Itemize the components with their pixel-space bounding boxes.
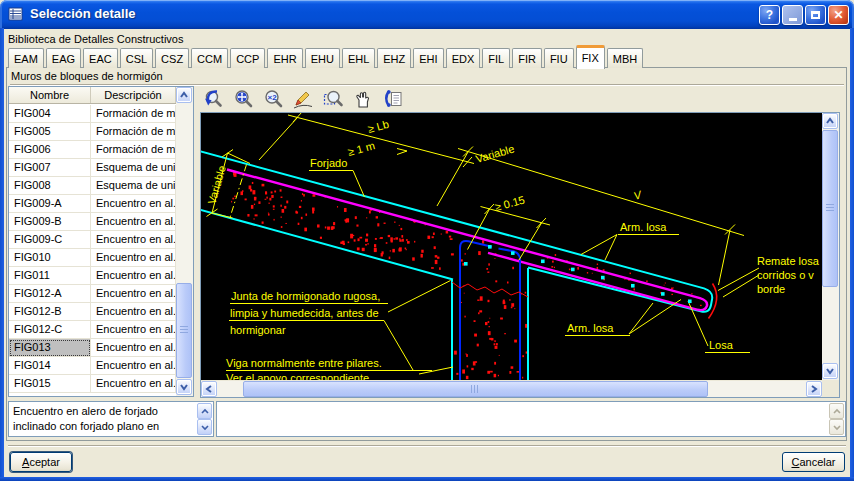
cell-descripcion[interactable]: Encuentro en al... <box>91 285 176 303</box>
cell-descripcion[interactable]: Formación de m... <box>91 123 176 141</box>
cell-nombre[interactable]: FIG014 <box>9 357 91 375</box>
cancel-button[interactable]: Cancelar <box>782 452 845 472</box>
tab-ccp[interactable]: CCP <box>230 48 265 68</box>
tab-ehi[interactable]: EHI <box>413 48 443 68</box>
column-header-nombre[interactable]: Nombre <box>9 87 91 103</box>
notes-scroll-down-button[interactable] <box>829 419 844 435</box>
preview-vscrollbar[interactable] <box>822 113 839 380</box>
cell-descripcion[interactable]: Formación de m... <box>91 141 176 159</box>
tab-ehz[interactable]: EHZ <box>377 48 411 68</box>
cell-nombre[interactable]: FIG010 <box>9 249 91 267</box>
cell-nombre[interactable]: FIG005 <box>9 123 91 141</box>
table-row[interactable]: FIG004Formación de m... <box>9 105 176 123</box>
preview-vscroll-thumb[interactable] <box>822 130 838 287</box>
redraw-icon[interactable] <box>290 87 315 110</box>
table-row[interactable]: FIG010Encuentro en al... <box>9 249 176 267</box>
table-scroll-up-button[interactable] <box>176 87 192 103</box>
table-row[interactable]: FIG009-BEncuentro en al... <box>9 213 176 231</box>
cell-descripcion[interactable]: Formación de m... <box>91 105 176 123</box>
cell-descripcion[interactable]: Encuentro en al... <box>91 303 176 321</box>
cell-descripcion[interactable]: Encuentro en al... <box>91 213 176 231</box>
cell-descripcion[interactable]: Encuentro en al... <box>91 357 176 375</box>
tab-fir[interactable]: FIR <box>512 48 542 68</box>
table-row[interactable]: FIG012-CEncuentro en al... <box>9 321 176 339</box>
preview-hscrollbar[interactable] <box>201 381 822 397</box>
notes-scroll-up-button[interactable] <box>829 403 844 419</box>
tab-eag[interactable]: EAG <box>46 48 81 68</box>
cell-descripcion[interactable]: Encuentro en al... <box>91 339 176 357</box>
close-button[interactable]: ✕ <box>828 5 849 25</box>
zoom-window-icon[interactable] <box>320 87 345 110</box>
maximize-button[interactable] <box>805 5 826 25</box>
tab-eac[interactable]: EAC <box>83 48 118 68</box>
description-scroll-down-button[interactable] <box>197 419 212 435</box>
table-row[interactable]: FIG008Esquema de uni... <box>9 177 176 195</box>
tab-ccm[interactable]: CCM <box>191 48 228 68</box>
tab-fix[interactable]: FIX <box>576 45 605 69</box>
cell-nombre[interactable]: FIG012-B <box>9 303 91 321</box>
zoom-extents-icon[interactable] <box>230 87 255 110</box>
table-row[interactable]: FIG005Formación de m... <box>9 123 176 141</box>
cell-descripcion[interactable]: Esquema de uni... <box>91 177 176 195</box>
detail-info-icon[interactable] <box>380 87 405 110</box>
tab-edx[interactable]: EDX <box>446 48 481 68</box>
accept-button[interactable]: Aceptar <box>10 452 72 472</box>
cell-nombre[interactable]: FIG009-B <box>9 213 91 231</box>
table-row[interactable]: FIG012-BEncuentro en al... <box>9 303 176 321</box>
cell-nombre[interactable]: FIG007 <box>9 159 91 177</box>
preview-hscroll-thumb[interactable] <box>243 381 708 397</box>
tab-mbh[interactable]: MBH <box>607 48 643 68</box>
table-row[interactable]: FIG011Encuentro en al... <box>9 267 176 285</box>
cell-nombre[interactable]: FIG009-A <box>9 195 91 213</box>
cell-descripcion[interactable]: Esquema de uni... <box>91 159 176 177</box>
cell-descripcion[interactable]: Encuentro en al... <box>91 195 176 213</box>
table-scrollbar[interactable] <box>176 87 193 396</box>
tab-ehl[interactable]: EHL <box>342 48 375 68</box>
pan-icon[interactable] <box>350 87 375 110</box>
tab-fiu[interactable]: FIU <box>544 48 574 68</box>
cad-canvas[interactable]: Forjado≥ Lb≥ 1 mVariableVariableV≥ 0.15A… <box>201 113 822 380</box>
tab-fil[interactable]: FIL <box>482 48 510 68</box>
table-row[interactable]: FIG009-AEncuentro en al... <box>9 195 176 213</box>
cell-nombre[interactable]: FIG011 <box>9 267 91 285</box>
cell-nombre[interactable]: FIG013 <box>9 339 91 357</box>
tab-eam[interactable]: EAM <box>8 48 44 68</box>
column-header-descripcion[interactable]: Descripción <box>91 87 176 103</box>
table-scroll-thumb[interactable] <box>176 283 192 378</box>
preview-scroll-up-button[interactable] <box>822 113 838 129</box>
cell-descripcion[interactable]: Encuentro en al... <box>91 249 176 267</box>
cell-descripcion[interactable]: Encuentro en al... <box>91 267 176 285</box>
cell-descripcion[interactable]: Encuentro en al... <box>91 231 176 249</box>
table-row[interactable]: FIG012-AEncuentro en al... <box>9 285 176 303</box>
cell-nombre[interactable]: FIG012-C <box>9 321 91 339</box>
cell-descripcion[interactable]: Encuentro en al... <box>91 375 176 393</box>
description-scroll-up-button[interactable] <box>197 403 212 419</box>
tab-csz[interactable]: CSZ <box>155 48 189 68</box>
table-row[interactable]: FIG014Encuentro en al... <box>9 357 176 375</box>
table-row[interactable]: FIG015Encuentro en al... <box>9 375 176 393</box>
zoom-x2-icon[interactable]: ×2 <box>260 87 285 110</box>
description-box[interactable]: Encuentro en alero de forjado inclinado … <box>8 401 214 437</box>
tab-ehu[interactable]: EHU <box>305 48 340 68</box>
cell-nombre[interactable]: FIG009-C <box>9 231 91 249</box>
cell-nombre[interactable]: FIG012-A <box>9 285 91 303</box>
preview-scroll-down-button[interactable] <box>822 363 838 379</box>
cell-nombre[interactable]: FIG006 <box>9 141 91 159</box>
cell-nombre[interactable]: FIG008 <box>9 177 91 195</box>
preview-scroll-right-button[interactable] <box>806 381 822 397</box>
notes-box[interactable] <box>216 401 846 437</box>
cell-descripcion[interactable]: Encuentro en al... <box>91 321 176 339</box>
table-row[interactable]: FIG006Formación de m... <box>9 141 176 159</box>
zoom-previous-icon[interactable] <box>200 87 225 110</box>
table-scroll-down-button[interactable] <box>176 379 192 395</box>
title-bar[interactable]: Selección detalle ? ✕ <box>0 0 854 29</box>
cell-nombre[interactable]: FIG015 <box>9 375 91 393</box>
help-button[interactable]: ? <box>759 5 780 25</box>
preview-scroll-left-button[interactable] <box>201 381 217 397</box>
cell-nombre[interactable]: FIG004 <box>9 105 91 123</box>
table-row[interactable]: FIG007Esquema de uni... <box>9 159 176 177</box>
tab-ehr[interactable]: EHR <box>267 48 302 68</box>
minimize-button[interactable] <box>782 5 803 25</box>
table-row[interactable]: FIG009-CEncuentro en al... <box>9 231 176 249</box>
table-row[interactable]: FIG013Encuentro en al... <box>9 339 176 357</box>
